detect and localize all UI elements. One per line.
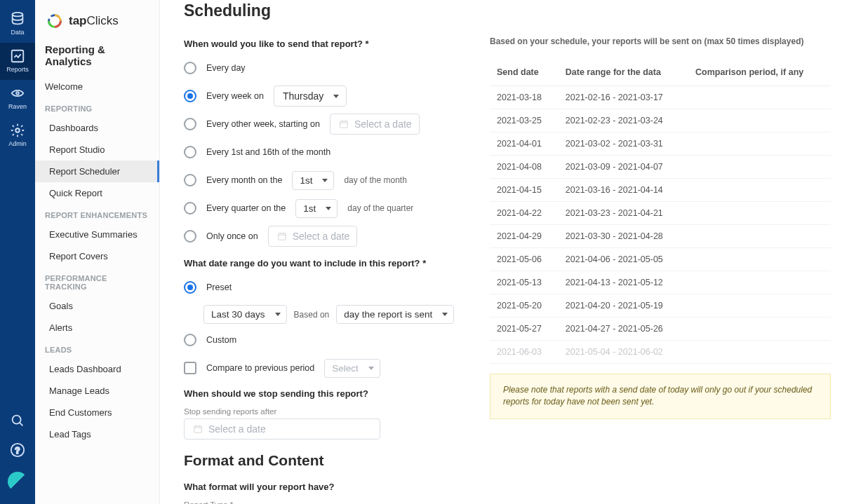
radio-preset[interactable] [184,281,196,294]
logo-text: tapClicks [69,14,119,28]
radio-only-once[interactable] [184,230,196,243]
cell-date-range: 2021-03-30 - 2021-04-28 [559,225,688,248]
nav-group-label: PERFORMANCE TRACKING [35,267,159,295]
label-preset: Preset [206,282,232,292]
cell-date-range: 2021-05-04 - 2021-06-02 [559,341,688,364]
table-row: 2021-04-082021-03-09 - 2021-04-07 [490,156,831,179]
main-content: Scheduling When would you like to send t… [160,0,842,504]
schedule-table: Send date Date range for the data Compar… [490,59,831,364]
nav-item-report-covers[interactable]: Report Covers [35,245,159,267]
radio-every-other-week[interactable] [184,118,196,130]
help-icon: ? [10,442,25,458]
nav-item-goals[interactable]: Goals [35,295,159,317]
select-weekday[interactable]: Thursday [274,86,347,107]
nav-item-end-customers[interactable]: End Customers [35,402,159,423]
nav-item-report-studio[interactable]: Report Studio [35,139,159,161]
rail-reports[interactable]: Reports [0,43,35,80]
rail-raven[interactable]: Raven [0,80,35,117]
nav-group-label: REPORTING [35,97,159,117]
cell-date-range: 2021-03-09 - 2021-04-07 [559,156,688,179]
nav-item-report-scheduler[interactable]: Report Scheduler [35,161,159,182]
cell-send-date: 2021-05-27 [490,318,559,341]
rail-label: Raven [8,103,27,110]
svg-rect-9 [278,233,286,240]
nav-item-alerts[interactable]: Alerts [35,317,159,339]
cell-date-range: 2021-04-06 - 2021-05-05 [559,248,688,271]
cell-comparison [688,132,831,156]
avatar[interactable] [8,472,27,491]
label-every-day: Every day [206,63,246,73]
svg-point-4 [13,416,21,424]
nav-item-leads-dashboard[interactable]: Leads Dashboard [35,358,159,380]
table-row: 2021-04-292021-03-30 - 2021-04-28 [490,225,831,248]
cell-comparison [688,271,831,294]
cell-date-range: 2021-03-16 - 2021-04-14 [559,179,688,202]
nav-item-manage-leads[interactable]: Manage Leads [35,380,159,402]
search-button[interactable] [10,413,25,428]
search-icon [10,413,25,428]
input-other-week-date[interactable]: Select a date [330,114,420,135]
radio-every-week[interactable] [184,90,196,102]
nav-group-label: REPORT ENHANCEMENTS [35,204,159,224]
radio-every-day[interactable] [184,62,196,74]
brand-logo[interactable]: tapClicks [35,0,159,38]
table-row: 2021-04-152021-03-16 - 2021-04-14 [490,179,831,202]
select-quarter-day[interactable]: 1st [295,199,338,218]
svg-point-3 [15,128,20,132]
cell-date-range: 2021-02-16 - 2021-03-17 [559,86,688,109]
table-row: 2021-06-032021-05-04 - 2021-06-02 [490,341,831,364]
cell-send-date: 2021-04-22 [490,202,559,225]
radio-custom[interactable] [184,334,196,346]
cell-send-date: 2021-06-03 [490,341,559,364]
cell-comparison [688,179,831,202]
svg-text:?: ? [15,446,20,456]
calendar-icon [339,119,349,129]
month-suffix: day of the month [344,175,406,185]
rail-data[interactable]: Data [0,6,35,43]
nav-item-dashboards[interactable]: Dashboards [35,117,159,139]
cell-date-range: 2021-04-13 - 2021-05-12 [559,271,688,294]
table-row: 2021-05-272021-04-27 - 2021-05-26 [490,318,831,341]
cell-comparison [688,225,831,248]
nav-welcome[interactable]: Welcome [35,76,159,97]
svg-rect-8 [340,121,348,128]
checkbox-compare[interactable] [184,362,196,374]
select-compare[interactable]: Select [324,359,380,378]
page-title: Scheduling [184,1,467,20]
input-once-date[interactable]: Select a date [268,226,358,247]
stop-field-label: Stop sending reports after [184,407,467,416]
label-every-week: Every week on [206,91,264,101]
nav-item-executive-summaries[interactable]: Executive Summaries [35,224,159,245]
cell-send-date: 2021-04-01 [490,132,559,156]
select-preset-range[interactable]: Last 30 days [203,305,287,324]
raven-icon [10,86,25,101]
placeholder-text: Select a date [293,231,350,242]
section-format-title: Format and Content [184,452,467,469]
label-every-other-week: Every other week, starting on [206,119,320,129]
radio-every-month[interactable] [184,174,196,186]
cell-send-date: 2021-05-20 [490,294,559,318]
label-custom: Custom [206,335,236,345]
label-1st-16th: Every 1st and 16th of the month [206,147,330,157]
rail-label: Admin [8,140,27,147]
help-button[interactable]: ? [10,442,25,458]
input-stop-date[interactable]: Select a date [184,418,380,440]
placeholder-text: Select a date [354,118,412,130]
select-based-on[interactable]: day the report is sent [336,305,454,324]
based-on-label: Based on [294,310,330,320]
sidebar: tapClicks Reporting & Analytics Welcome … [35,0,160,504]
select-month-day[interactable]: 1st [292,171,334,190]
nav-item-quick-report[interactable]: Quick Report [35,182,159,204]
logo-icon [45,11,65,31]
cell-comparison [688,294,831,318]
nav-item-lead-tags[interactable]: Lead Tags [35,423,159,445]
table-row: 2021-03-182021-02-16 - 2021-03-17 [490,86,831,109]
chart-icon [10,48,25,64]
svg-point-2 [16,92,19,95]
label-compare: Compare to previous period [206,363,314,373]
radio-every-quarter[interactable] [184,202,196,214]
rail-admin[interactable]: Admin [0,117,35,154]
table-row: 2021-05-132021-04-13 - 2021-05-12 [490,271,831,294]
radio-1st-16th[interactable] [184,146,196,158]
select-month-day-value: 1st [300,175,312,186]
